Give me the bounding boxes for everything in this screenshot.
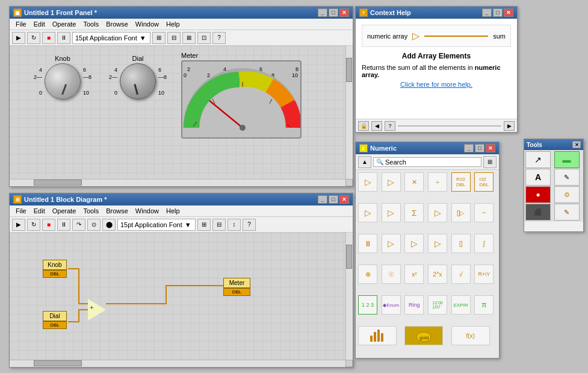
np-minimize-button[interactable]: _ [464,144,474,152]
knob-control[interactable]: Knob 42— 0 6—8 10 [34,55,91,99]
menu-operate[interactable]: Operate [49,20,80,28]
menu-file[interactable]: File [12,20,30,28]
sum-func[interactable]: Σ [404,203,424,222]
bd-dist-button[interactable]: ⊟ [212,219,226,231]
bd-menu-tools[interactable]: Tools [79,207,102,215]
inc-func[interactable]: ▷ [358,203,377,222]
connect-tool[interactable]: ✎ [554,169,580,186]
label-tool[interactable]: A [525,169,551,186]
fft-func[interactable] [358,326,397,345]
subtract-func[interactable]: ▷ [382,172,401,192]
bd-scrollbar-h-thumb[interactable] [34,360,82,366]
bd-step-button[interactable]: ↷ [72,219,85,231]
reorder-button[interactable]: ⊡ [197,32,211,44]
expr-const[interactable]: EXPRI [451,295,471,315]
front-panel-scrollbar-v[interactable] [345,46,353,179]
distribute-button[interactable]: ⊟ [167,32,181,44]
sq-func[interactable]: x² [404,265,424,284]
dial-body[interactable] [120,63,156,99]
ch-minimize-button[interactable]: _ [482,8,492,17]
bd-probe-button[interactable]: ⊙ [87,219,101,231]
menu-help[interactable]: Help [162,20,184,28]
integ-func[interactable]: ∫ [474,234,494,253]
enum-const[interactable]: ◆Enum [382,295,401,315]
menu-window[interactable]: Window [132,20,162,28]
color-tool[interactable]: ⚙ [554,186,580,203]
convert2-func[interactable]: I32DBL [474,172,494,192]
bd-close-button[interactable]: ✕ [339,195,349,204]
or-func[interactable]: ☉ [382,265,401,284]
abort-button[interactable]: ■ [42,32,55,44]
add-func[interactable]: ▷ [358,172,377,192]
knob-body[interactable] [45,63,81,99]
help-forward-button[interactable]: ? [385,121,395,131]
rem-func[interactable]: ▷ [382,234,401,253]
scrollbar-h-thumb[interactable] [34,180,82,186]
text-tool[interactable]: ▬ [554,151,580,168]
pow-func[interactable]: 2^x [428,265,447,284]
bd-font-dropdown-arrow[interactable]: ▼ [185,221,191,228]
pi-const[interactable]: π [474,295,494,315]
array-func[interactable]: []▷ [451,203,471,222]
np-view-button[interactable]: ⊞ [483,156,497,168]
align-button[interactable]: ⊞ [152,32,166,44]
bd-menu-browse[interactable]: Browse [102,207,132,215]
neg-func[interactable]: ~ [474,203,494,222]
bd-scrollbar-v[interactable] [345,233,353,360]
front-panel-scrollbar-h[interactable] [10,179,345,186]
font-dropdown[interactable]: 15pt Application Font ▼ [72,32,150,44]
help-back-button[interactable]: ◀ [371,121,382,131]
menu-browse[interactable]: Browse [102,20,132,28]
maximize-button[interactable]: □ [329,8,338,17]
bd-maximize-button[interactable]: □ [329,195,338,204]
bd-menu-window[interactable]: Window [132,207,162,215]
bd-menu-edit[interactable]: Edit [30,207,49,215]
multiply-func[interactable]: ✕ [404,172,424,192]
scroll-tool[interactable]: ⬛ [525,204,551,221]
np-close-button[interactable]: ✕ [486,144,495,152]
help-button[interactable]: ? [212,32,226,44]
quotient-func[interactable]: ⏸ [358,234,377,253]
time-const[interactable]: 12:001/07 [428,295,447,315]
dial-control[interactable]: Dial 42— 0 6—8 10 [109,55,167,99]
bd-run-button[interactable]: ▶ [12,219,25,231]
minimize-button[interactable]: _ [318,8,327,17]
np-back-button[interactable]: ▲ [358,156,371,168]
bd-scrollbar-h[interactable] [10,360,345,367]
meter-control[interactable]: Meter 2468 0 2 4 6 8 10 [181,52,302,139]
bd-menu-operate[interactable]: Operate [49,207,80,215]
bd-help-button[interactable]: ? [243,219,256,231]
block-diagram-canvas[interactable]: Knob DBL Dial DBL + Meter DBL [10,233,353,360]
formula-func[interactable]: f(x) [451,326,490,345]
ring-const[interactable]: Ring [404,295,424,315]
tab-tool[interactable]: ✎ [554,204,580,221]
complex-func[interactable]: R+iY [474,265,494,284]
bd-abort-button[interactable]: ■ [42,219,55,231]
bd-menu-help[interactable]: Help [162,207,184,215]
abs-func[interactable]: ▷ [404,234,424,253]
bd-align-button[interactable]: ⊞ [197,219,211,231]
bd-scrollbar-v-thumb[interactable] [346,245,352,269]
and-func[interactable]: ⊕ [358,265,377,284]
prod-func[interactable]: ▷ [428,203,447,222]
round-func[interactable]: ▷ [428,234,447,253]
resize-button[interactable]: ⊠ [182,32,196,44]
bd-minimize-button[interactable]: _ [318,195,327,204]
scrollbar-v-thumb[interactable] [346,58,352,82]
bd-run-cont-button[interactable]: ↻ [27,219,40,231]
sqrt-func[interactable]: √ [451,265,471,284]
help-lock-button[interactable]: 🔒 [358,121,369,131]
bd-pause-button[interactable]: ⏸ [57,219,70,231]
pointer-tool[interactable]: ↗ [525,151,551,168]
menu-edit[interactable]: Edit [30,20,49,28]
bd-font-dropdown[interactable]: 15pt Application Font ▼ [117,219,196,231]
close-button[interactable]: ✕ [339,8,349,17]
bd-clean-button[interactable]: ↕ [227,219,241,231]
help-link[interactable]: Click here for more help. [400,81,472,88]
font-dropdown-arrow[interactable]: ▼ [140,34,146,42]
divide-func[interactable]: ÷ [428,172,447,192]
dec-func[interactable]: ▷ [382,203,401,222]
ch-maximize-button[interactable]: □ [493,8,503,17]
probe-tool[interactable]: ● [525,186,551,203]
tp-close-button[interactable]: ✕ [572,141,581,148]
